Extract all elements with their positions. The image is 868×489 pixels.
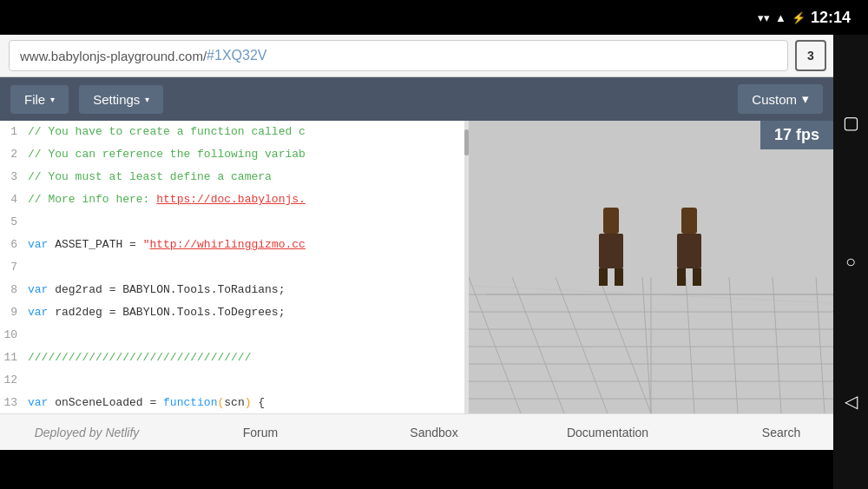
line-number-12: 12	[3, 369, 28, 392]
code-line-1: // You have to create a function called …	[28, 121, 306, 143]
home-icon[interactable]: ○	[845, 252, 856, 272]
custom-button[interactable]: Custom ▾	[738, 84, 823, 114]
svg-rect-27	[693, 268, 701, 286]
line-number-9: 9	[3, 301, 28, 324]
settings-label: Settings	[93, 92, 140, 107]
signal-icon: ▲	[775, 11, 786, 24]
fps-badge: 17 fps	[760, 121, 833, 149]
sandbox-link[interactable]: Sandbox	[347, 417, 521, 448]
table-row: 13 var onSceneLoaded = function(scn) {	[0, 392, 469, 413]
file-label: File	[24, 92, 45, 107]
line-number-3: 3	[3, 166, 28, 188]
table-row: 2 // You can reference the following var…	[0, 143, 469, 166]
visible-area: www.babylonjs-playground.com/#1XQ32V 3 F…	[0, 35, 833, 489]
address-base-url: www.babylonjs-playground.com/	[20, 49, 207, 63]
code-line-13: var onSceneLoaded = function(scn) {	[28, 392, 265, 413]
svg-rect-20	[603, 208, 619, 234]
svg-rect-21	[599, 234, 623, 268]
status-icons: ▾▾ ▲ ⚡ 12:14	[758, 9, 851, 27]
table-row: 3 // You must at least define a camera	[0, 166, 469, 188]
table-row: 1 // You have to create a function calle…	[0, 121, 469, 143]
wifi-icon: ▾▾	[758, 11, 770, 24]
svg-rect-25	[677, 234, 701, 268]
file-chevron-icon: ▾	[50, 95, 55, 104]
code-line-7	[28, 256, 35, 279]
address-hash: #1XQ32V	[207, 48, 266, 63]
table-row: 11 /////////////////////////////////	[0, 347, 469, 369]
table-row: 6 var ASSET_PATH = "http://whirlinggizmo…	[0, 234, 469, 256]
code-line-11: /////////////////////////////////	[28, 347, 251, 369]
line-number-8: 8	[3, 279, 28, 301]
line-number-1: 1	[3, 121, 28, 143]
svg-rect-22	[599, 268, 608, 286]
android-nav-bar: ▢ ○ ◁	[833, 35, 868, 489]
forum-link[interactable]: Forum	[174, 417, 347, 448]
code-line-8: var deg2rad = BABYLON.Tools.ToRadians;	[28, 279, 285, 301]
settings-chevron-icon: ▾	[145, 95, 149, 104]
line-number-10: 10	[3, 324, 28, 347]
code-line-12	[28, 369, 35, 392]
code-line-9: var rad2deg = BABYLON.Tools.ToDegrees;	[28, 301, 285, 324]
code-line-3: // You must at least define a camera	[28, 166, 272, 188]
bottom-nav: Deployed by Netlify Forum Sandbox Docume…	[0, 413, 868, 450]
back-icon[interactable]: ◁	[845, 391, 858, 412]
code-line-2: // You can reference the following varia…	[28, 143, 306, 166]
line-number-7: 7	[3, 256, 28, 279]
table-row: 10	[0, 324, 469, 347]
browser-chrome: www.babylonjs-playground.com/#1XQ32V 3	[0, 35, 868, 77]
search-label: Search	[762, 426, 800, 439]
line-number-13: 13	[3, 392, 28, 413]
time-display: 12:14	[811, 9, 851, 27]
svg-rect-26	[677, 268, 686, 286]
sandbox-label: Sandbox	[410, 426, 457, 439]
address-bar-row: www.babylonjs-playground.com/#1XQ32V 3	[0, 35, 868, 76]
line-number-5: 5	[3, 211, 28, 234]
table-row: 5	[0, 211, 469, 234]
settings-button[interactable]: Settings ▾	[79, 85, 163, 114]
address-bar[interactable]: www.babylonjs-playground.com/#1XQ32V	[9, 40, 788, 71]
preview-pane	[469, 121, 833, 413]
line-number-11: 11	[3, 347, 28, 369]
documentation-label: Documentation	[567, 426, 648, 439]
line-number-6: 6	[3, 234, 28, 256]
table-row: 12	[0, 369, 469, 392]
code-line-10	[28, 324, 35, 347]
battery-icon: ⚡	[792, 11, 806, 24]
table-row: 9 var rad2deg = BABYLON.Tools.ToDegrees;	[0, 301, 469, 324]
table-row: 4 // More info here: https://doc.babylon…	[0, 188, 469, 211]
code-line-5	[28, 211, 35, 234]
tab-count-button[interactable]: 3	[795, 40, 826, 71]
deployed-by-netlify: Deployed by Netlify	[0, 417, 174, 448]
tab-count-label: 3	[807, 49, 814, 63]
netlify-label: Deployed by Netlify	[35, 426, 140, 439]
custom-chevron-icon: ▾	[802, 91, 809, 107]
table-row: 7	[0, 256, 469, 279]
forum-label: Forum	[243, 426, 278, 439]
code-line-4: // More info here: https://doc.babylonjs…	[28, 188, 306, 211]
status-bar: ▾▾ ▲ ⚡ 12:14	[0, 0, 868, 35]
documentation-link[interactable]: Documentation	[521, 417, 694, 448]
main-content: 17 fps 1 // You have to create a functio…	[0, 121, 833, 413]
recent-apps-icon[interactable]: ▢	[843, 112, 859, 133]
svg-rect-24	[681, 208, 697, 234]
code-line-6: var ASSET_PATH = "http://whirlinggizmo.c…	[28, 234, 306, 256]
file-button[interactable]: File ▾	[10, 85, 69, 114]
custom-label: Custom	[752, 92, 797, 107]
svg-rect-23	[615, 268, 623, 286]
app-toolbar: File ▾ Settings ▾ Custom ▾	[0, 77, 833, 121]
line-number-2: 2	[3, 143, 28, 166]
table-row: 8 var deg2rad = BABYLON.Tools.ToRadians;	[0, 279, 469, 301]
line-number-4: 4	[3, 188, 28, 211]
preview-grid	[469, 121, 833, 413]
code-editor[interactable]: 1 // You have to create a function calle…	[0, 121, 469, 413]
